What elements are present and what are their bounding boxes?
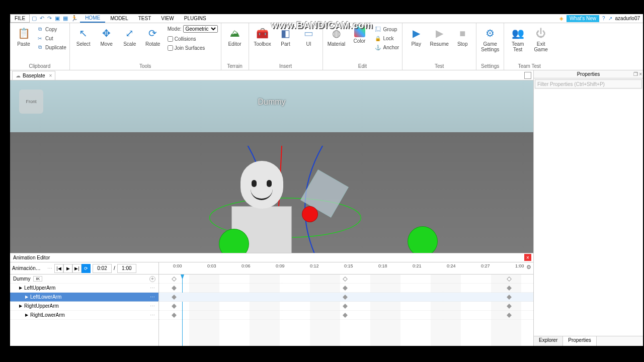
terrain-editor-button[interactable]: ⛰Editor <box>224 25 246 47</box>
close-tab-icon[interactable]: × <box>47 73 52 78</box>
copy-button[interactable]: ⧉Copy <box>36 25 66 33</box>
keyframe[interactable] <box>343 304 348 309</box>
share-icon[interactable]: ↗ <box>608 16 612 21</box>
document-tab[interactable]: ☁ Baseplate × <box>12 71 55 80</box>
whats-new-button[interactable]: What's New <box>567 15 599 22</box>
clip-options-icon[interactable]: ⋯ <box>47 265 52 271</box>
tab-model[interactable]: MODEL <box>105 14 133 23</box>
go-end-button[interactable]: ▶| <box>72 264 82 273</box>
loop-button[interactable]: ⟳ <box>82 264 91 273</box>
expand-icon[interactable]: ▶ <box>19 286 24 290</box>
keyframe-row[interactable] <box>159 293 533 302</box>
collisions-check[interactable]: Collisions <box>168 35 218 43</box>
paste-button[interactable]: 📋 Paste <box>13 25 34 47</box>
keyframe-summary[interactable] <box>343 277 348 282</box>
restore-window-icon[interactable] <box>524 72 531 79</box>
team-test-button[interactable]: 👥TeamTest <box>507 25 528 52</box>
keyframe-row[interactable] <box>159 275 533 284</box>
qat-save-icon[interactable]: ▢ <box>32 15 37 22</box>
close-properties-icon[interactable]: × <box>639 71 642 77</box>
timeline-settings-icon[interactable]: ⚙ <box>526 264 531 270</box>
move-tool[interactable]: ✥Move <box>96 25 117 47</box>
anchor-button[interactable]: ⚓Anchor <box>374 43 399 51</box>
cut-button[interactable]: ✂Cut <box>36 34 66 42</box>
close-panel-icon[interactable]: × <box>524 254 531 261</box>
toolbox-button[interactable]: 🧰Toolbox <box>252 25 273 47</box>
qat-cube-icon[interactable]: ▣ <box>55 15 60 22</box>
keyframe[interactable] <box>172 295 177 300</box>
tab-properties[interactable]: Properties <box>563 336 597 346</box>
total-time-input[interactable] <box>117 264 136 273</box>
qat-run-icon[interactable]: 🏃 <box>71 15 78 22</box>
track-options-icon[interactable]: ⋯ <box>150 294 155 300</box>
keyframe[interactable] <box>343 313 348 318</box>
ik-toggle[interactable]: IK <box>33 276 42 282</box>
rotate-icon: ⟳ <box>146 26 160 40</box>
keyframe[interactable] <box>343 286 348 291</box>
track-options-icon[interactable]: ⋯ <box>150 303 155 309</box>
tab-explorer[interactable]: Explorer <box>534 336 563 346</box>
track-root[interactable]: Dummy IK + <box>10 275 158 284</box>
rotate-tool[interactable]: ⟳Rotate <box>142 25 164 47</box>
track-row[interactable]: ▶LeftLowerArm⋯ <box>10 293 158 302</box>
keyframe[interactable] <box>172 313 177 318</box>
expand-icon[interactable]: ▶ <box>25 313 30 317</box>
lock-button[interactable]: 🔒Lock <box>374 34 399 42</box>
keyframe[interactable] <box>172 286 177 291</box>
tab-test[interactable]: TEST <box>133 14 156 23</box>
track-row[interactable]: ▶RightUpperArm⋯ <box>10 302 158 311</box>
exit-game-button[interactable]: ⏻ExitGame <box>530 25 551 52</box>
track-row[interactable]: ▶LeftUpperArm⋯ <box>10 284 158 293</box>
track-options-icon[interactable]: ⋯ <box>150 285 155 291</box>
play-anim-button[interactable]: ▶ <box>63 264 72 273</box>
play-button[interactable]: ▶Play <box>406 25 427 47</box>
tab-view[interactable]: VIEW <box>156 14 179 23</box>
qat-undo-icon[interactable]: ↶ <box>40 15 44 22</box>
add-track-icon[interactable]: + <box>149 276 155 282</box>
file-menu[interactable]: FILE <box>10 14 30 23</box>
tab-plugins[interactable]: PLUGINS <box>179 14 211 23</box>
animation-clip-name[interactable]: Animación… <box>12 265 45 271</box>
go-start-button[interactable]: |◀ <box>54 264 63 273</box>
mode-select[interactable]: Geometric <box>183 25 218 33</box>
keyframe-summary[interactable] <box>172 277 177 282</box>
gizmo-handle-y[interactable] <box>302 206 318 222</box>
keyframe-row[interactable] <box>159 284 533 293</box>
current-time-input[interactable] <box>93 264 112 273</box>
timeline-ruler[interactable]: ⚙ 0:000:030:060:090:120:150:180:210:240:… <box>159 262 533 274</box>
keyframe-row[interactable] <box>159 302 533 311</box>
keyframe-row[interactable] <box>159 311 533 320</box>
qat-play-icon[interactable]: ▦ <box>63 15 68 22</box>
upgrade-icon[interactable]: ◈ <box>559 16 564 21</box>
track-options-icon[interactable]: ⋯ <box>150 312 155 318</box>
track-row[interactable]: ▶RightLowerArm⋯ <box>10 311 158 320</box>
game-settings-button[interactable]: ⚙GameSettings <box>479 25 501 52</box>
qat-redo-icon[interactable]: ↷ <box>47 15 52 22</box>
timeline-keyframe-area[interactable] <box>159 275 533 346</box>
keyframe[interactable] <box>507 313 512 318</box>
select-tool[interactable]: ↖Select <box>73 25 94 47</box>
username-label[interactable]: azadurlo07 <box>615 16 640 21</box>
keyframe[interactable] <box>507 295 512 300</box>
group-button[interactable]: ⿺Group <box>374 25 399 33</box>
expand-icon[interactable]: ▶ <box>19 304 24 308</box>
keyframe-summary[interactable] <box>507 277 512 282</box>
tab-home[interactable]: HOME <box>80 14 105 23</box>
view-cube[interactable]: Front <box>19 89 43 114</box>
undock-icon[interactable]: ❐ <box>633 71 638 77</box>
3d-viewport[interactable]: Front Dummy <box>10 80 533 253</box>
keyframe[interactable] <box>507 286 512 291</box>
expand-icon[interactable]: ▶ <box>25 295 30 299</box>
properties-filter-input[interactable]: Filter Properties (Ctrl+Shift+P) <box>535 79 642 88</box>
stop-button[interactable]: ■Stop <box>452 25 473 47</box>
gizmo-handle-x-pos[interactable] <box>408 226 438 253</box>
join-surfaces-check[interactable]: Join Surfaces <box>168 44 218 52</box>
keyframe[interactable] <box>507 304 512 309</box>
move-icon: ✥ <box>100 26 114 40</box>
keyframe[interactable] <box>172 304 177 309</box>
keyframe[interactable] <box>343 295 348 300</box>
help-icon[interactable]: ? <box>602 16 605 21</box>
scale-tool[interactable]: ⤢Scale <box>119 25 140 47</box>
duplicate-button[interactable]: ⧉Duplicate <box>36 43 66 51</box>
resume-button[interactable]: ▶Resume <box>429 25 450 47</box>
